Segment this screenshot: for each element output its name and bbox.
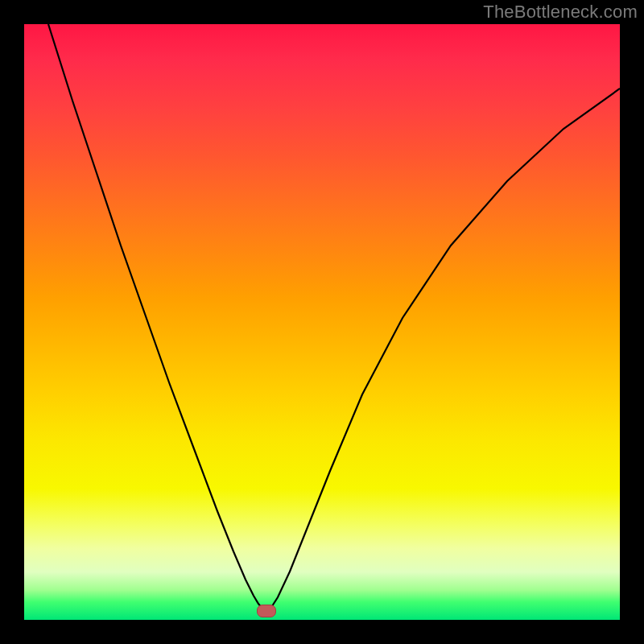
curve-path — [48, 24, 620, 612]
optimal-point-marker — [257, 605, 276, 617]
plot-area — [24, 24, 620, 620]
chart-frame: TheBottleneck.com — [0, 0, 644, 644]
watermark-text: TheBottleneck.com — [483, 2, 638, 23]
bottleneck-curve — [24, 24, 620, 620]
